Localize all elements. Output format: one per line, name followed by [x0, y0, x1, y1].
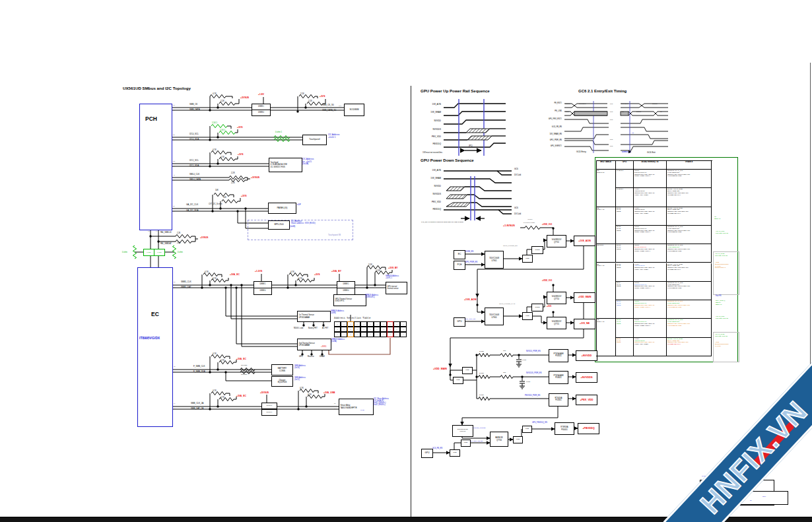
schematic-label: GC6 Exit	[647, 152, 656, 154]
resistor	[500, 353, 513, 356]
schematic-label: NVVDD	[434, 185, 441, 187]
schematic-label: 1V8_SRAM	[430, 178, 441, 179]
schematic-label: PEX_VDD	[432, 136, 441, 138]
schematic-label: +VDD_3V3	[542, 224, 552, 226]
schematic-label: +3VS	[320, 96, 325, 98]
mos-box: MOS	[450, 449, 460, 457]
table-cell: ELPIDA VRAM_1P35EDW4-032BABGGDDR5 1.35V …	[667, 207, 712, 226]
table-cell: GS major:	[596, 244, 616, 263]
schematic-label: GA_I2C_CLK	[186, 204, 198, 206]
thermal-sensor-2-box: 2nd Thermal SensorUP1820ABAE	[297, 339, 331, 350]
gpu-internal-sensor-box: GPU internalthermal sensor	[386, 282, 407, 294]
schematic-label: 1V8 must not exceed 4ms	[423, 152, 442, 154]
schematic-label: +3V8_BY	[388, 267, 398, 270]
box-label: Q7701	[554, 242, 559, 244]
resistor	[500, 375, 513, 378]
schematic-label: Touchpanel IB	[328, 234, 341, 236]
thermal-sensor-1-box: 1st Thermal SensorUP1820ABAE	[297, 311, 331, 322]
fet-box: SiS4113-B-T2KPQ6901	[452, 425, 473, 437]
addr-grid-cell: 1	[354, 332, 360, 337]
schematic-label: 4.7K	[308, 394, 312, 396]
schematic-label: +3VA_EC	[236, 395, 246, 398]
junction-dot	[552, 227, 554, 229]
junction-dot	[217, 136, 219, 138]
table-cell: N-7E0GV	[616, 188, 634, 207]
gpu-box: GPU	[454, 317, 465, 327]
schematic-label: 1V8_AON	[432, 170, 441, 172]
resistor	[211, 150, 227, 154]
schematic-label: 0 ohm 1	[275, 131, 282, 133]
resistor	[240, 368, 255, 371]
schematic-label: SMB Address (0x12)	[294, 377, 306, 381]
box-label: 0 ohm	[147, 251, 151, 253]
schematic-label: +1.8VSUS	[503, 224, 515, 227]
schematic-label: 81	[174, 281, 176, 283]
schematic-label: +5VSUS	[260, 392, 269, 395]
addr-grid-cell: 0	[354, 327, 360, 332]
mos-box: MOS	[522, 426, 532, 433]
mos-box: MOS	[522, 312, 533, 320]
resistor	[479, 375, 490, 378]
junction-dot	[230, 284, 232, 286]
table-cell: HYNIXH5GC8H24MJGDDR5 8Gb 1.35V FBGA78H7R…	[634, 188, 667, 207]
schematic-label: _2.8h ETG5/LTN7/LTG5I W_2.8h	[715, 342, 729, 347]
box-label: DIMM 1	[267, 405, 272, 407]
schematic-label: SMBUS Address (0x9A)	[331, 339, 345, 343]
schematic-label: NVVDD_PWR_EN	[526, 351, 541, 353]
schematic-label: 10K	[223, 197, 226, 199]
waveform-hatch	[467, 136, 492, 140]
box-label: DIMM 0	[259, 290, 265, 292]
capacitor	[520, 381, 525, 386]
panel-box: PANEL(G)	[268, 203, 296, 214]
schematic-label: SMB_DAT_2A	[191, 408, 203, 410]
box-label: PU6601	[555, 377, 561, 379]
box-label: 0 ohm	[157, 251, 161, 253]
schematic-label: 4.7K	[205, 271, 209, 273]
rail-box: +PEX_VDD	[576, 395, 597, 405]
schematic-label: VRAM_0P35 PIN#GB, PIN#(2)	[715, 253, 727, 257]
table-cell: B0GAMX S-QS0D	[616, 282, 634, 300]
schematic-label: GPU1_PWRON_MAIN	[499, 304, 515, 306]
schematic-label: • • •	[610, 140, 613, 142]
table-cell: GS(3950 3+2)	[596, 170, 616, 207]
box-label: thermal sensor	[388, 288, 399, 290]
junction-dot	[209, 284, 211, 286]
addr-grid-cell: 1	[374, 332, 380, 337]
box-label: +NVVDDS	[580, 376, 592, 379]
box-label: PCH	[457, 264, 461, 267]
table-header-cell: SKU TABLE	[596, 160, 616, 170]
box-label: I2C SIS9257-FG/S	[271, 166, 285, 168]
box-label: MOS	[525, 258, 529, 260]
junction-dot	[209, 139, 211, 141]
schematic-label: F_SMB_SDA	[193, 371, 205, 373]
junction-dot	[374, 284, 376, 286]
box-label: +VDD_MAIN	[578, 296, 592, 299]
schematic-label: IT8995VG/DX	[139, 337, 160, 341]
schematic-label: 2 ohm	[479, 395, 484, 397]
rail-box: +NVVDD	[576, 350, 597, 361]
schematic-label: T3	[624, 151, 626, 153]
schematic-label: NVVDDS	[432, 129, 441, 131]
box-label: DIMM 1	[259, 284, 265, 286]
waveform	[444, 143, 506, 147]
schematic-label: +3VSUS	[251, 177, 259, 179]
junction-dot	[224, 371, 226, 373]
schematic-label: PEX_VDD	[432, 201, 441, 203]
waveform	[564, 147, 609, 150]
table-cell: MicronD9VRL-0606(4K)GDDR5 8Gb 1.35V FBGA…	[634, 244, 667, 263]
table-cell: MicronD9SXD-0606(4K)GDDR5 8Gb 1.35V FBGA…	[634, 319, 667, 337]
waveform-bus	[574, 112, 607, 115]
addr-grid-cell: 0	[393, 332, 400, 337]
schematic-label: B5	[173, 134, 175, 136]
schematic-label: SMB_DATA	[189, 109, 200, 111]
schematic-label: L0	[660, 112, 662, 114]
schematic-label: B6	[173, 139, 175, 141]
box-label: PU5801	[555, 400, 561, 402]
schematic-label: 37	[334, 403, 336, 405]
schematic-label: 2.2K	[368, 264, 372, 266]
junction-dot	[201, 286, 203, 288]
schematic-label: 4.7K	[213, 278, 217, 280]
table-cell: MicronD9SXD-0606(4K)GDDR5 8Gb 1.35V FBGA…	[634, 300, 667, 319]
schematic-label: 100 ohm	[241, 374, 247, 376]
zero-ohm-box: 0 ohm	[154, 249, 165, 256]
